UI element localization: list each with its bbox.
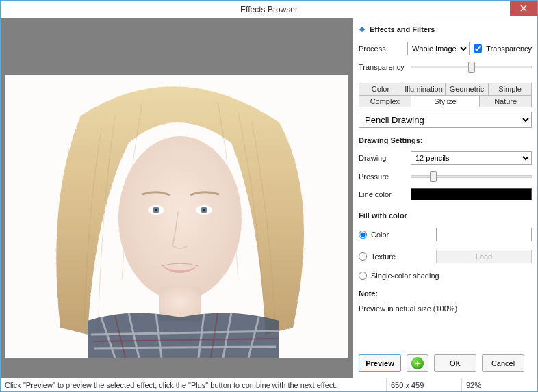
fill-single-label: Single-color shading [371, 272, 439, 280]
tab-complex[interactable]: Complex [359, 95, 411, 107]
statusbar: Click "Preview" to preview the selected … [1, 378, 537, 391]
tab-stylize[interactable]: Stylize [411, 95, 481, 107]
tab-color[interactable]: Color [359, 83, 402, 95]
fill-single-radio[interactable] [359, 272, 367, 280]
pressure-slider[interactable] [411, 170, 532, 183]
svg-point-5 [155, 209, 157, 211]
fill-heading: Fill with color [359, 211, 532, 220]
status-zoom: 92% [462, 378, 537, 391]
fill-color-radio[interactable] [359, 231, 367, 239]
transparency-row: Transparency [359, 61, 532, 73]
transparency-checkbox[interactable] [474, 44, 482, 53]
fill-color-row: Color [359, 228, 532, 241]
close-icon [520, 5, 527, 12]
tab-geometric[interactable]: Geometric [445, 83, 489, 95]
fill-texture-row: Texture Load [359, 250, 532, 263]
drawing-row: Drawing 12 pencils [359, 151, 532, 165]
close-button[interactable] [510, 1, 537, 16]
load-button[interactable]: Load [436, 250, 532, 263]
fill-color-label: Color [371, 231, 389, 239]
linecolor-label: Line color [359, 190, 407, 198]
cancel-button[interactable]: Cancel [482, 354, 524, 372]
fill-color-box[interactable] [436, 228, 532, 241]
linecolor-swatch[interactable] [411, 188, 532, 200]
process-label: Process [359, 44, 403, 53]
preview-image[interactable] [5, 75, 348, 358]
pressure-row: Pressure [359, 170, 532, 183]
svg-line-16 [94, 347, 276, 348]
tab-nature[interactable]: Nature [479, 95, 532, 107]
ok-button[interactable]: OK [434, 354, 476, 372]
pressure-label: Pressure [359, 172, 407, 181]
action-buttons: Preview + OK Cancel [359, 348, 532, 372]
svg-rect-20 [359, 27, 365, 32]
svg-point-8 [203, 209, 205, 211]
diamond-icon [359, 26, 366, 33]
status-hint: Click "Preview" to preview the selected … [1, 378, 387, 391]
drawing-settings-heading: Drawing Settings: [359, 136, 532, 144]
drawing-select[interactable]: 12 pencils [411, 151, 532, 165]
effects-browser-window: Effects Browser [0, 0, 538, 392]
transparency-slider[interactable] [411, 61, 532, 73]
effect-tabs: Color Illumination Geometric Simple Comp… [359, 83, 532, 107]
fill-texture-label: Texture [371, 252, 396, 261]
effects-panel: Effects and Filters Process Whole Image … [353, 18, 537, 378]
plus-icon: + [411, 357, 424, 369]
plus-button[interactable]: + [407, 354, 428, 372]
linecolor-row: Line color [359, 188, 532, 200]
note-text: Preview in actual size (100%) [359, 304, 532, 313]
preview-button[interactable]: Preview [359, 354, 401, 372]
transparency-checkbox-label: Transparency [486, 44, 532, 53]
window-title: Effects Browser [1, 5, 537, 14]
svg-point-1 [118, 136, 242, 300]
drawing-label: Drawing [359, 154, 407, 162]
process-row: Process Whole Image Transparency [359, 42, 532, 55]
transparency-label: Transparency [359, 63, 407, 71]
effect-select[interactable]: Pencil Drawing [359, 112, 532, 128]
tab-simple[interactable]: Simple [488, 83, 532, 95]
tab-illumination[interactable]: Illumination [402, 83, 446, 95]
note-heading: Note: [359, 289, 532, 298]
fill-texture-radio[interactable] [359, 252, 367, 261]
preview-area [1, 18, 353, 378]
panel-header: Effects and Filters [359, 23, 532, 39]
titlebar: Effects Browser [1, 1, 537, 18]
window-body: Effects and Filters Process Whole Image … [1, 18, 537, 378]
fill-single-row: Single-color shading [359, 272, 532, 280]
panel-title: Effects and Filters [370, 25, 435, 34]
status-dimensions: 650 x 459 [387, 378, 462, 391]
process-select[interactable]: Whole Image [407, 42, 470, 55]
